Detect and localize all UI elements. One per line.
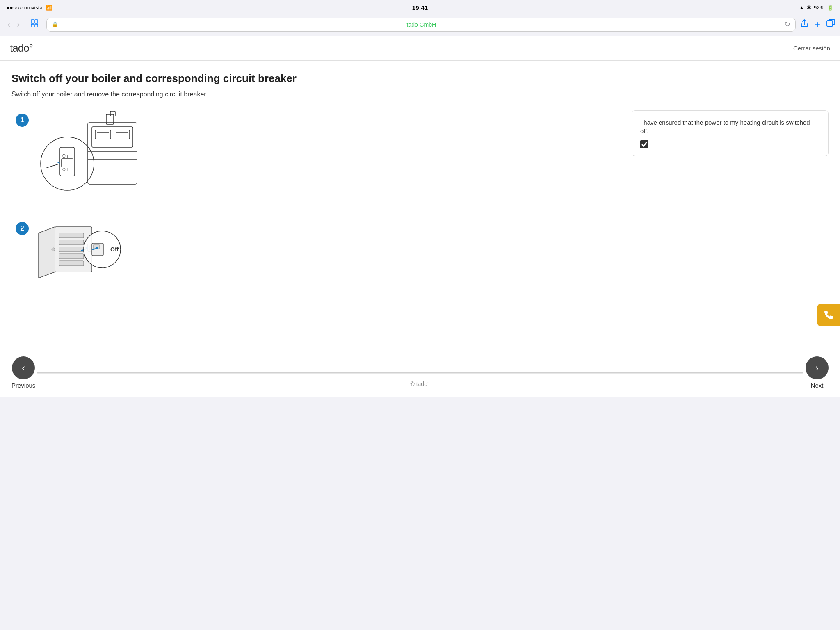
reload-button[interactable]: ↻ xyxy=(785,20,790,29)
svg-rect-0 xyxy=(31,20,34,23)
browser-chrome: ‹ › 🔒 tado GmbH ↻ + xyxy=(0,15,840,36)
svg-rect-29 xyxy=(59,261,84,266)
step-2: 2 xyxy=(16,219,619,282)
status-time: 19:41 xyxy=(412,4,428,11)
svg-text:Off: Off xyxy=(62,167,68,172)
browser-nav: ‹ › 🔒 tado GmbH ↻ + xyxy=(5,17,835,32)
site-header: tado° Cerrar sesión xyxy=(0,36,840,61)
location-icon: ▲ xyxy=(799,5,804,11)
status-left: ●●○○○ movistar 📶 xyxy=(7,5,52,11)
battery-icon: 🔋 xyxy=(827,5,833,11)
svg-rect-7 xyxy=(110,111,115,116)
footer-nav: ‹ Previous © tado° › Next xyxy=(0,348,840,397)
next-label: Next xyxy=(811,382,824,389)
step-1-illustration: On Off xyxy=(34,110,158,206)
status-bar: ●●○○○ movistar 📶 19:41 ▲ ✱ 92% 🔋 xyxy=(0,0,840,15)
svg-marker-22 xyxy=(57,161,60,164)
svg-rect-3 xyxy=(35,24,38,27)
add-tab-button[interactable]: + xyxy=(815,19,820,30)
next-nav-item: › Next xyxy=(806,356,829,389)
site-logo: tado° xyxy=(10,42,33,55)
svg-rect-10 xyxy=(114,130,130,139)
carrier-text: ●●○○○ movistar xyxy=(7,5,44,11)
previous-nav-item: ‹ Previous xyxy=(11,356,35,389)
step-2-number: 2 xyxy=(16,222,29,235)
lock-icon: 🔒 xyxy=(52,21,58,27)
bookmarks-button[interactable] xyxy=(27,17,42,32)
next-button[interactable]: › xyxy=(806,356,829,379)
forward-button[interactable]: › xyxy=(14,18,22,31)
status-right: ▲ ✱ 92% 🔋 xyxy=(799,5,833,11)
content-area: 1 xyxy=(11,110,829,282)
logout-link[interactable]: Cerrar sesión xyxy=(793,45,830,52)
svg-text:On: On xyxy=(62,154,68,158)
checkbox-label-text: I have ensured that the power to my heat… xyxy=(640,118,820,135)
address-text: tado GmbH xyxy=(61,21,782,28)
share-button[interactable] xyxy=(800,19,809,30)
page-subtitle: Switch off your boiler and remove the co… xyxy=(11,91,829,98)
phone-button[interactable] xyxy=(817,304,840,326)
svg-point-17 xyxy=(41,137,94,190)
svg-point-24 xyxy=(52,248,55,251)
step-1-number: 1 xyxy=(16,114,29,127)
progress-line xyxy=(37,372,803,373)
checkbox-row xyxy=(640,140,820,148)
previous-label: Previous xyxy=(11,382,35,389)
main-content: Switch off your boiler and corresponding… xyxy=(0,61,840,348)
checkbox-card: I have ensured that the power to my heat… xyxy=(632,110,829,156)
svg-rect-26 xyxy=(59,240,84,245)
back-button[interactable]: ‹ xyxy=(5,18,13,31)
previous-button[interactable]: ‹ xyxy=(12,356,35,379)
wifi-icon: 📶 xyxy=(46,5,52,11)
svg-rect-9 xyxy=(95,130,111,139)
tabs-button[interactable] xyxy=(826,19,835,30)
step-1: 1 xyxy=(16,110,619,206)
svg-rect-28 xyxy=(59,254,84,259)
svg-rect-2 xyxy=(31,24,34,27)
nav-arrows: ‹ › xyxy=(5,18,23,31)
svg-rect-25 xyxy=(59,233,84,238)
browser-actions: + xyxy=(800,19,835,30)
svg-rect-1 xyxy=(35,20,38,23)
svg-rect-27 xyxy=(59,247,84,252)
svg-rect-4 xyxy=(827,21,833,26)
svg-rect-21 xyxy=(62,159,73,167)
illustration-area: 1 xyxy=(11,110,619,282)
power-confirmed-checkbox[interactable] xyxy=(640,140,648,148)
battery-text: 92% xyxy=(814,5,824,11)
footer-copyright: © tado° xyxy=(410,381,429,387)
page-title: Switch off your boiler and corresponding… xyxy=(11,72,829,85)
svg-text:Off: Off xyxy=(110,246,119,253)
bluetooth-icon: ✱ xyxy=(807,5,811,11)
step-2-illustration: Off xyxy=(34,219,137,282)
address-bar[interactable]: 🔒 tado GmbH ↻ xyxy=(46,18,796,32)
